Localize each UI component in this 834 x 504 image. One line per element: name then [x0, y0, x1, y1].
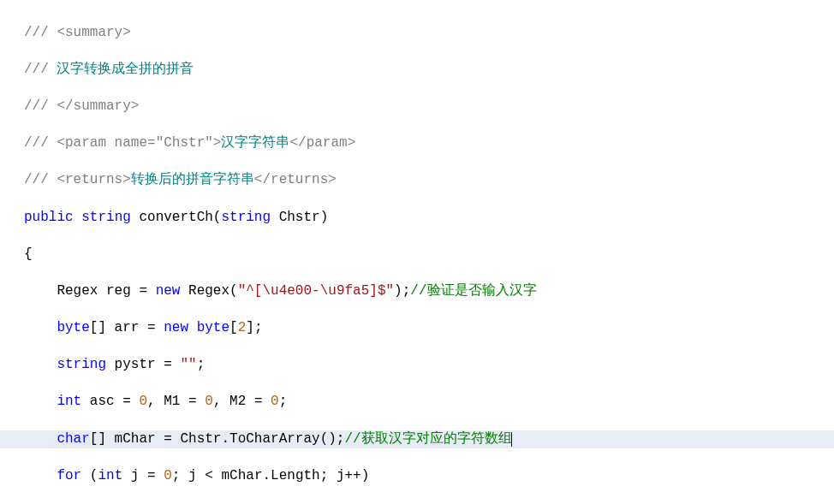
keyword: for	[57, 468, 81, 483]
text-caret	[511, 432, 512, 447]
brace: {	[24, 246, 33, 262]
comment: //验证是否输入汉字	[410, 283, 536, 299]
code-text	[24, 468, 57, 483]
type-keyword: byte	[197, 320, 229, 335]
code-line: int asc = 0, M1 = 0, M2 = 0;	[24, 393, 834, 412]
type-keyword: int	[98, 468, 122, 483]
code-line: byte[] arr = new byte[2];	[24, 319, 834, 338]
code-text: );	[394, 283, 410, 299]
code-text	[24, 431, 57, 447]
xml-doc-tag: >	[213, 135, 222, 151]
xml-doc-text: 转换后的拼音字符串	[131, 172, 254, 187]
code-text	[24, 357, 57, 372]
code-line: public string convertCh(string Chstr)	[24, 209, 834, 228]
xml-doc-slash: ///	[24, 135, 57, 151]
type-keyword: int	[57, 394, 81, 409]
code-text: Regex(	[180, 283, 237, 299]
code-line: for (int j = 0; j < mChar.Length; j++)	[24, 467, 834, 486]
xml-doc-text: 汉字转换成全拼的拼音	[57, 62, 194, 77]
code-line: /// <param name="Chstr">汉字字符串</param>	[24, 134, 834, 153]
number-literal: 0	[205, 394, 213, 409]
code-line: /// <returns>转换后的拼音字符串</returns>	[24, 171, 834, 190]
code-text: (	[81, 468, 98, 483]
xml-doc-text: 汉字字符串	[221, 135, 289, 151]
type-keyword: char	[57, 431, 89, 447]
string-literal: ""	[180, 357, 196, 372]
keyword: new	[156, 283, 181, 299]
xml-doc-slash: ///	[24, 98, 57, 114]
code-text: ;	[197, 357, 206, 372]
code-text: ; j < mChar.Length; j++)	[172, 468, 369, 483]
xml-doc-slash: ///	[24, 25, 57, 40]
type-keyword: string	[81, 210, 131, 225]
code-line: /// </summary>	[24, 98, 834, 116]
code-text: pystr =	[106, 357, 180, 372]
xml-doc-tag: </param>	[289, 135, 355, 151]
code-text: asc =	[81, 394, 139, 409]
type-keyword: byte	[57, 320, 89, 335]
number-literal: 0	[164, 468, 172, 483]
code-line: Regex reg = new Regex("^[\u4e00-\u9fa5]$…	[24, 282, 834, 301]
xml-doc-tag: <summary>	[57, 25, 130, 40]
keyword: public	[24, 210, 74, 225]
string-literal: "^[\u4e00-\u9fa5]$"	[238, 283, 394, 299]
code-line: /// 汉字转换成全拼的拼音	[24, 61, 834, 80]
code-text: Regex reg =	[24, 283, 156, 299]
code-text: [] mChar = Chstr.ToCharArray();	[90, 431, 345, 447]
code-line: {	[24, 246, 834, 264]
code-text: , M1 =	[147, 394, 205, 409]
code-text: [] arr =	[90, 320, 164, 335]
code-text: , M2 =	[213, 394, 271, 409]
code-text	[24, 320, 57, 335]
code-text	[74, 210, 82, 225]
code-line: string pystr = "";	[24, 356, 834, 375]
xml-doc-tag: <returns>	[57, 172, 130, 187]
code-text: j =	[122, 468, 164, 483]
number-literal: 0	[139, 394, 147, 409]
xml-doc-tag: </returns>	[254, 172, 337, 187]
xml-doc-slash: ///	[24, 172, 57, 187]
code-text: ];	[246, 320, 262, 335]
code-text	[188, 320, 197, 335]
code-text: Chstr)	[271, 210, 328, 225]
comment: //获取汉字对应的字符数组	[344, 431, 511, 447]
keyword: new	[164, 320, 188, 335]
xml-doc-slash: ///	[24, 62, 57, 77]
number-literal: 0	[271, 394, 279, 409]
code-line: /// <summary>	[24, 24, 834, 43]
xml-doc-attr: "Chstr"	[156, 135, 213, 151]
type-keyword: string	[221, 210, 271, 225]
type-keyword: string	[57, 357, 106, 372]
code-text	[24, 394, 57, 409]
xml-doc-tag: <param name=	[57, 135, 155, 151]
code-text: convertCh(	[131, 210, 222, 225]
xml-doc-tag: </summary>	[57, 98, 139, 114]
number-literal: 2	[238, 320, 247, 335]
code-editor[interactable]: /// <summary> /// 汉字转换成全拼的拼音 /// </summa…	[0, 0, 834, 504]
code-line-current: char[] mChar = Chstr.ToCharArray();//获取汉…	[0, 430, 834, 449]
code-text: [	[229, 320, 238, 335]
code-text: ;	[279, 394, 288, 409]
